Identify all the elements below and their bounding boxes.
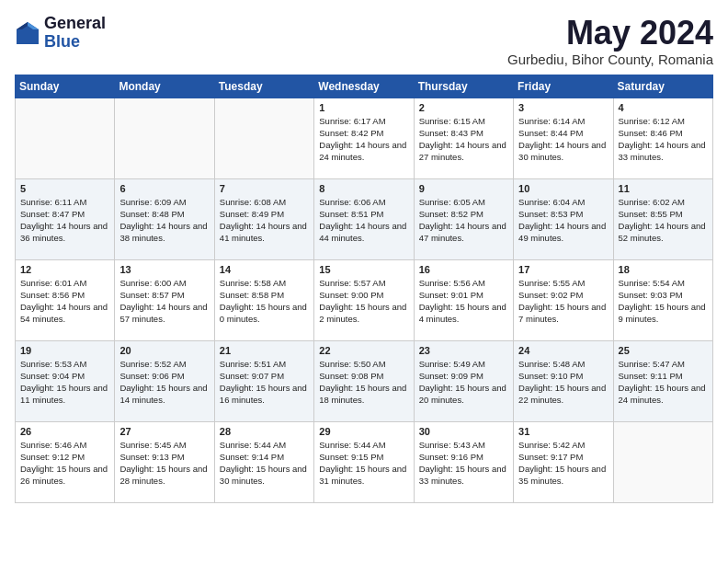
day-info: Sunrise: 6:14 AM Sunset: 8:44 PM Dayligh… <box>518 115 608 164</box>
day-info: Sunrise: 6:08 AM Sunset: 8:49 PM Dayligh… <box>220 196 309 245</box>
calendar-table: SundayMondayTuesdayWednesdayThursdayFrid… <box>15 75 713 503</box>
day-number: 25 <box>619 345 708 356</box>
day-info: Sunrise: 5:54 AM Sunset: 9:03 PM Dayligh… <box>619 277 708 326</box>
calendar-cell: 26Sunrise: 5:46 AM Sunset: 9:12 PM Dayli… <box>16 421 115 502</box>
calendar-cell: 25Sunrise: 5:47 AM Sunset: 9:11 PM Dayli… <box>613 340 712 421</box>
calendar-cell: 1Sunrise: 6:17 AM Sunset: 8:42 PM Daylig… <box>314 98 414 178</box>
calendar-cell: 12Sunrise: 6:01 AM Sunset: 8:56 PM Dayli… <box>16 259 115 340</box>
calendar-week-row: 1Sunrise: 6:17 AM Sunset: 8:42 PM Daylig… <box>16 98 713 178</box>
calendar-cell: 14Sunrise: 5:58 AM Sunset: 8:58 PM Dayli… <box>214 259 313 340</box>
calendar-cell: 22Sunrise: 5:50 AM Sunset: 9:08 PM Dayli… <box>314 340 414 421</box>
month-title: May 2024 <box>507 15 713 52</box>
day-info: Sunrise: 5:57 AM Sunset: 9:00 PM Dayligh… <box>319 277 408 326</box>
day-info: Sunrise: 6:01 AM Sunset: 8:56 PM Dayligh… <box>20 277 109 326</box>
day-info: Sunrise: 6:15 AM Sunset: 8:43 PM Dayligh… <box>419 115 508 164</box>
day-info: Sunrise: 6:04 AM Sunset: 8:53 PM Dayligh… <box>518 196 608 245</box>
logo-text: General Blue <box>44 15 106 52</box>
day-number: 7 <box>220 183 309 194</box>
day-info: Sunrise: 5:53 AM Sunset: 9:04 PM Dayligh… <box>20 358 109 407</box>
day-number: 1 <box>319 102 408 113</box>
day-info: Sunrise: 6:12 AM Sunset: 8:46 PM Dayligh… <box>619 115 708 164</box>
calendar-cell: 28Sunrise: 5:44 AM Sunset: 9:14 PM Dayli… <box>214 421 313 502</box>
calendar-header-row: SundayMondayTuesdayWednesdayThursdayFrid… <box>16 75 713 98</box>
day-number: 2 <box>419 102 508 113</box>
calendar-cell: 29Sunrise: 5:44 AM Sunset: 9:15 PM Dayli… <box>314 421 414 502</box>
header-day-monday: Monday <box>115 75 214 98</box>
day-info: Sunrise: 5:48 AM Sunset: 9:10 PM Dayligh… <box>518 358 608 407</box>
day-info: Sunrise: 5:46 AM Sunset: 9:12 PM Dayligh… <box>20 439 109 488</box>
day-number: 4 <box>619 102 708 113</box>
calendar-cell: 4Sunrise: 6:12 AM Sunset: 8:46 PM Daylig… <box>613 98 712 178</box>
calendar-cell: 23Sunrise: 5:49 AM Sunset: 9:09 PM Dayli… <box>414 340 513 421</box>
calendar-cell: 18Sunrise: 5:54 AM Sunset: 9:03 PM Dayli… <box>613 259 712 340</box>
day-number: 28 <box>220 426 309 437</box>
day-number: 26 <box>20 426 109 437</box>
calendar-cell: 15Sunrise: 5:57 AM Sunset: 9:00 PM Dayli… <box>314 259 414 340</box>
day-info: Sunrise: 6:17 AM Sunset: 8:42 PM Dayligh… <box>319 115 408 164</box>
calendar-cell: 10Sunrise: 6:04 AM Sunset: 8:53 PM Dayli… <box>514 178 613 259</box>
day-number: 18 <box>619 264 708 275</box>
day-number: 8 <box>319 183 408 194</box>
day-number: 9 <box>419 183 508 194</box>
day-number: 30 <box>419 426 508 437</box>
day-info: Sunrise: 6:11 AM Sunset: 8:47 PM Dayligh… <box>20 196 109 245</box>
logo: General Blue <box>15 15 106 52</box>
day-info: Sunrise: 5:45 AM Sunset: 9:13 PM Dayligh… <box>119 439 209 488</box>
day-info: Sunrise: 5:47 AM Sunset: 9:11 PM Dayligh… <box>619 358 708 407</box>
header-day-tuesday: Tuesday <box>214 75 313 98</box>
day-info: Sunrise: 5:42 AM Sunset: 9:17 PM Dayligh… <box>518 439 608 488</box>
day-info: Sunrise: 5:51 AM Sunset: 9:07 PM Dayligh… <box>220 358 309 407</box>
day-number: 10 <box>518 183 608 194</box>
page-header: General Blue May 2024 Gurbediu, Bihor Co… <box>15 15 713 67</box>
calendar-cell: 13Sunrise: 6:00 AM Sunset: 8:57 PM Dayli… <box>115 259 214 340</box>
header-day-sunday: Sunday <box>16 75 115 98</box>
calendar-cell: 3Sunrise: 6:14 AM Sunset: 8:44 PM Daylig… <box>514 98 613 178</box>
day-number: 3 <box>518 102 608 113</box>
header-day-saturday: Saturday <box>613 75 712 98</box>
day-info: Sunrise: 5:49 AM Sunset: 9:09 PM Dayligh… <box>419 358 508 407</box>
day-number: 23 <box>419 345 508 356</box>
calendar-week-row: 26Sunrise: 5:46 AM Sunset: 9:12 PM Dayli… <box>16 421 713 502</box>
day-number: 20 <box>119 345 209 356</box>
calendar-cell: 24Sunrise: 5:48 AM Sunset: 9:10 PM Dayli… <box>514 340 613 421</box>
calendar-cell <box>613 421 712 502</box>
day-number: 5 <box>20 183 109 194</box>
calendar-cell: 7Sunrise: 6:08 AM Sunset: 8:49 PM Daylig… <box>214 178 313 259</box>
calendar-cell <box>16 98 115 178</box>
day-number: 19 <box>20 345 109 356</box>
calendar-cell <box>115 98 214 178</box>
day-info: Sunrise: 5:52 AM Sunset: 9:06 PM Dayligh… <box>119 358 209 407</box>
header-day-friday: Friday <box>514 75 613 98</box>
calendar-cell: 2Sunrise: 6:15 AM Sunset: 8:43 PM Daylig… <box>414 98 513 178</box>
day-info: Sunrise: 6:06 AM Sunset: 8:51 PM Dayligh… <box>319 196 408 245</box>
day-info: Sunrise: 6:02 AM Sunset: 8:55 PM Dayligh… <box>619 196 708 245</box>
day-info: Sunrise: 5:44 AM Sunset: 9:15 PM Dayligh… <box>319 439 408 488</box>
day-number: 13 <box>119 264 209 275</box>
day-number: 27 <box>119 426 209 437</box>
calendar-cell: 11Sunrise: 6:02 AM Sunset: 8:55 PM Dayli… <box>613 178 712 259</box>
header-day-thursday: Thursday <box>414 75 513 98</box>
logo-icon <box>15 20 40 46</box>
logo-general-label: General <box>44 15 106 33</box>
day-info: Sunrise: 5:50 AM Sunset: 9:08 PM Dayligh… <box>319 358 408 407</box>
day-number: 11 <box>619 183 708 194</box>
calendar-week-row: 5Sunrise: 6:11 AM Sunset: 8:47 PM Daylig… <box>16 178 713 259</box>
calendar-cell: 27Sunrise: 5:45 AM Sunset: 9:13 PM Dayli… <box>115 421 214 502</box>
day-number: 24 <box>518 345 608 356</box>
day-info: Sunrise: 6:00 AM Sunset: 8:57 PM Dayligh… <box>119 277 209 326</box>
calendar-week-row: 12Sunrise: 6:01 AM Sunset: 8:56 PM Dayli… <box>16 259 713 340</box>
day-number: 21 <box>220 345 309 356</box>
day-number: 31 <box>518 426 608 437</box>
location-title: Gurbediu, Bihor County, Romania <box>507 52 713 67</box>
calendar-cell: 19Sunrise: 5:53 AM Sunset: 9:04 PM Dayli… <box>16 340 115 421</box>
calendar-cell: 6Sunrise: 6:09 AM Sunset: 8:48 PM Daylig… <box>115 178 214 259</box>
day-info: Sunrise: 5:43 AM Sunset: 9:16 PM Dayligh… <box>419 439 508 488</box>
calendar-cell: 9Sunrise: 6:05 AM Sunset: 8:52 PM Daylig… <box>414 178 513 259</box>
day-number: 15 <box>319 264 408 275</box>
day-info: Sunrise: 5:56 AM Sunset: 9:01 PM Dayligh… <box>419 277 508 326</box>
calendar-cell: 17Sunrise: 5:55 AM Sunset: 9:02 PM Dayli… <box>514 259 613 340</box>
title-block: May 2024 Gurbediu, Bihor County, Romania <box>507 15 713 67</box>
logo-blue-label: Blue <box>44 33 106 52</box>
day-info: Sunrise: 6:09 AM Sunset: 8:48 PM Dayligh… <box>119 196 209 245</box>
calendar-cell <box>214 98 313 178</box>
